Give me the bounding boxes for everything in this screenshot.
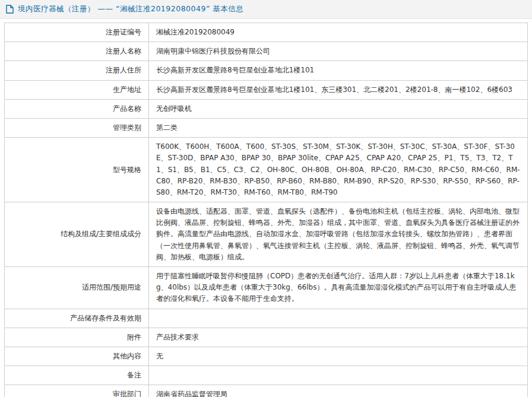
row-value: 长沙高新开发区麓景路8号巨星创业基地北1楼101: [149, 61, 528, 80]
row-label: 适用范围/预期用途: [5, 267, 149, 309]
row-label: 产品名称: [5, 99, 149, 118]
row-label: 备注: [5, 366, 149, 385]
row-value: T600K、T600H、T600A、T600、ST-30S、ST-30M、ST-…: [149, 138, 528, 202]
row-value: 用于阻塞性睡眠呼吸暂停和慢阻肺（COPD）患者的无创通气治疗。适用人群：7岁以上…: [149, 267, 528, 309]
table-row: 管理类别 第二类: [5, 118, 528, 137]
table-row: 结构及组成/主要组成成分 设备由电源线、适配器、面罩、管道、血氧探头（选配件）、…: [5, 202, 528, 267]
row-label: 注册证编号: [5, 23, 149, 42]
row-value: 湖南省药品监督管理局: [149, 385, 528, 397]
page-title: 境内医疗器械（注册） —— “湘械注准20192080049” 基本信息: [18, 4, 243, 14]
row-label: 结构及组成/主要组成成分: [5, 202, 149, 267]
row-value: 无: [149, 347, 528, 366]
row-label: 型号规格: [5, 138, 149, 202]
row-label: 产品储存条件及有效期: [5, 309, 149, 328]
table-row: 其他内容 无: [5, 347, 528, 366]
row-value: 无创呼吸机: [149, 99, 528, 118]
table-row: 产品名称 无创呼吸机: [5, 99, 528, 118]
table-row: 适用范围/预期用途 用于阻塞性睡眠呼吸暂停和慢阻肺（COPD）患者的无创通气治疗…: [5, 267, 528, 309]
row-value: 第二类: [149, 118, 528, 137]
table-row: 附件 产品技术要求: [5, 328, 528, 347]
row-value: [149, 366, 528, 385]
table-row: 产品储存条件及有效期: [5, 309, 528, 328]
row-value: 长沙高新开发区麓景路8号巨星创业基地北1楼101、东三楼301、北二楼201、2…: [149, 80, 528, 99]
row-label: 管理类别: [5, 118, 149, 137]
row-label: 注册人住所: [5, 61, 149, 80]
table-row: 生产地址 长沙高新开发区麓景路8号巨星创业基地北1楼101、东三楼301、北二楼…: [5, 80, 528, 99]
table-row: 型号规格 T600K、T600H、T600A、T600、ST-30S、ST-30…: [5, 138, 528, 202]
registration-info-panel: 注册证编号 湘械注准20192080049 注册人名称 湖南明康中锦医疗科技股份…: [0, 19, 532, 397]
registration-info-table: 注册证编号 湘械注准20192080049 注册人名称 湖南明康中锦医疗科技股份…: [4, 23, 528, 397]
row-label: 附件: [5, 328, 149, 347]
row-value: [149, 309, 528, 328]
row-value: 湖南明康中锦医疗科技股份有限公司: [149, 42, 528, 61]
row-value: 设备由电源线、适配器、面罩、管道、血氧探头（选配件）、备份电池和主机（包括主控板…: [149, 202, 528, 267]
row-label: 生产地址: [5, 80, 149, 99]
table-row: 注册人住所 长沙高新开发区麓景路8号巨星创业基地北1楼101: [5, 61, 528, 80]
row-label: 注册人名称: [5, 42, 149, 61]
table-row: 注册人名称 湖南明康中锦医疗科技股份有限公司: [5, 42, 528, 61]
table-row: 审批部门 湖南省药品监督管理局: [5, 385, 528, 397]
document-icon: [6, 5, 14, 14]
row-label: 其他内容: [5, 347, 149, 366]
row-value: 湘械注准20192080049: [149, 23, 528, 42]
page-header: 境内医疗器械（注册） —— “湘械注准20192080049” 基本信息: [0, 0, 532, 19]
row-value: 产品技术要求: [149, 328, 528, 347]
row-label: 审批部门: [5, 385, 149, 397]
table-row: 备注: [5, 366, 528, 385]
table-row: 注册证编号 湘械注准20192080049: [5, 23, 528, 42]
